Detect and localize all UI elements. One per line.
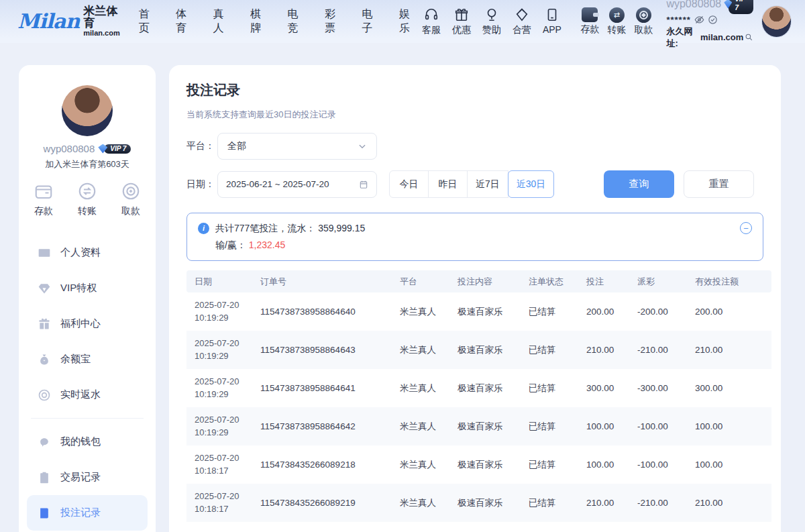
col-bet: 投注 [584, 270, 635, 292]
bet-record-icon [38, 507, 51, 520]
top-navigation-bar: Milan 米兰体育 milan.com 首页 体育 真人 棋牌 电竞 彩票 电… [0, 0, 805, 43]
promotions-label: 优惠 [452, 24, 471, 36]
sidebar-transfer-button[interactable]: 转账 [77, 181, 97, 217]
table-row: 2025-07-2010:19:29 1154738738958864642 米… [186, 407, 771, 445]
sidebar-item-vip[interactable]: VIP特权 [27, 270, 148, 306]
partnership-label: 合营 [513, 24, 531, 36]
range-today-button[interactable]: 今日 [389, 170, 429, 198]
sidebar-vip-label: VIP 7 [104, 144, 131, 154]
order-number: 1154738738958864640 [258, 292, 397, 331]
collapse-minus-icon[interactable]: − [740, 222, 752, 234]
range-yesterday-button[interactable]: 昨日 [428, 170, 468, 198]
user-info-block: wyp080808 VIP 7 ****** 永久网址: milan.com [666, 0, 753, 49]
refresh-circle-icon[interactable] [708, 15, 718, 25]
customer-service-label: 客服 [422, 24, 441, 36]
order-number: 1154738435266089219 [258, 484, 397, 522]
eye-slash-icon[interactable] [694, 15, 704, 25]
rebate-icon [38, 388, 51, 402]
joined-days-text: 加入米兰体育第603天 [27, 158, 148, 170]
sidebar-item-bet-records[interactable]: 投注记录 [27, 495, 148, 531]
partnership-button[interactable]: 合营 [506, 7, 537, 36]
sidebar-item-label: 投注记录 [60, 507, 101, 519]
info-icon: i [198, 223, 209, 234]
table-row: 2025-07-2010:18:17 1154738435266089219 米… [186, 484, 771, 522]
col-platform: 平台 [397, 270, 455, 292]
magnifier-icon[interactable] [745, 32, 753, 42]
transfer-icon [77, 181, 97, 201]
vip-level-label: VIP 7 [729, 0, 753, 14]
sponsorship-button[interactable]: 赞助 [476, 7, 506, 36]
col-content: 投注内容 [455, 270, 526, 292]
header-avatar[interactable] [761, 5, 792, 38]
sidebar-deposit-label: 存款 [34, 205, 53, 217]
app-download-button[interactable]: APP [537, 7, 567, 36]
sidebar-item-rebate[interactable]: 实时返水 [27, 377, 148, 413]
col-status: 注单状态 [526, 270, 584, 292]
withdraw-button[interactable]: 取款 [630, 7, 657, 36]
diamond-hand-icon [515, 7, 529, 22]
bet-records-panel: 投注记录 当前系统支持查询最近30日的投注记录 平台： 全部 日期： 2025-… [169, 65, 781, 532]
status-text: 已结算 [526, 331, 584, 369]
deposit-wallet-icon [582, 7, 598, 22]
nav-item-esports[interactable]: 电竞 [288, 7, 305, 36]
order-number: 1154738435266089218 [258, 445, 397, 484]
date-range-input[interactable]: 2025-06-21 ~ 2025-07-20 [217, 171, 377, 198]
header-username: wyp080808 [666, 0, 721, 11]
transfer-button[interactable]: ⇄ 转账 [603, 7, 630, 36]
sidebar-item-transactions[interactable]: 交易记录 [27, 460, 148, 495]
nav-item-chess[interactable]: 棋牌 [250, 7, 267, 36]
range-7days-button[interactable]: 近7日 [467, 170, 508, 198]
nav-item-slots[interactable]: 电子 [362, 7, 378, 36]
sidebar-item-wallet[interactable]: 我的钱包 [27, 424, 148, 460]
nav-item-home[interactable]: 首页 [139, 7, 156, 36]
sidebar-item-label: 福利中心 [60, 317, 101, 330]
app-label: APP [543, 24, 561, 35]
logo-cn-text: 米兰体育 [83, 5, 119, 30]
sidebar-item-yuebao[interactable]: 余额宝 [27, 341, 148, 377]
sidebar-item-label: 余额宝 [60, 353, 91, 366]
order-number: 1154738738958864643 [258, 331, 397, 369]
sidebar-item-label: VIP特权 [60, 282, 97, 295]
piggy-bank-icon [38, 435, 51, 449]
page-title: 投注记录 [186, 81, 770, 99]
sidebar-item-profile[interactable]: 个人资料 [27, 235, 148, 270]
table-header-row: 日期 订单号 平台 投注内容 注单状态 投注 派彩 有效投注额 [186, 270, 771, 292]
brand-logo[interactable]: Milan 米兰体育 milan.com [17, 5, 120, 37]
reset-button[interactable]: 重置 [684, 170, 754, 198]
nav-item-lottery[interactable]: 彩票 [325, 7, 341, 36]
status-text: 已结算 [526, 445, 584, 484]
sidebar-withdraw-button[interactable]: 取款 [121, 181, 141, 217]
page-subtitle: 当前系统支持查询最近30日的投注记录 [186, 109, 770, 121]
vip-gem-icon [38, 282, 51, 295]
nav-item-live[interactable]: 真人 [213, 7, 230, 36]
platform-selected-value: 全部 [227, 140, 246, 152]
vip-badge[interactable]: VIP 7 [724, 0, 753, 14]
phone-icon [545, 7, 559, 22]
sponsorship-label: 赞助 [482, 24, 501, 36]
calendar-icon [359, 180, 368, 189]
customer-service-button[interactable]: 客服 [416, 7, 446, 36]
transfer-label: 转账 [607, 24, 626, 36]
table-row: 2025-07-2010:19:29 1154738738958864643 米… [186, 331, 771, 369]
permanent-url-value: milan.com [700, 32, 743, 44]
nav-item-sports[interactable]: 体育 [176, 7, 193, 36]
promotions-button[interactable]: 优惠 [446, 7, 476, 36]
table-row: 2025-07-2010:19:29 1154738738958864641 米… [186, 369, 771, 407]
bet-records-table: 日期 订单号 平台 投注内容 注单状态 投注 派彩 有效投注额 2025-07-… [186, 270, 771, 522]
sidebar-deposit-button[interactable]: 存款 [34, 181, 54, 217]
summary-banner: i 共计777笔投注，流水： 359,999.15 输/赢： 1,232.45 … [186, 213, 763, 261]
chevron-down-icon [358, 142, 367, 151]
sidebar-transfer-label: 转账 [78, 205, 97, 217]
search-button[interactable]: 查询 [604, 170, 674, 198]
masked-balance: ****** [666, 14, 690, 26]
date-label: 日期： [186, 178, 217, 191]
platform-label: 平台： [186, 140, 217, 152]
sidebar-item-welfare[interactable]: 福利中心 [27, 306, 148, 341]
deposit-button[interactable]: 存款 [576, 7, 603, 36]
main-nav: 首页 体育 真人 棋牌 电竞 彩票 电子 娱乐 [139, 7, 417, 36]
status-text: 已结算 [526, 484, 584, 522]
range-30days-button[interactable]: 近30日 [508, 170, 555, 198]
sidebar-username: wyp080808 [44, 143, 95, 154]
nav-item-entertainment[interactable]: 娱乐 [399, 7, 416, 36]
platform-select[interactable]: 全部 [217, 133, 377, 160]
